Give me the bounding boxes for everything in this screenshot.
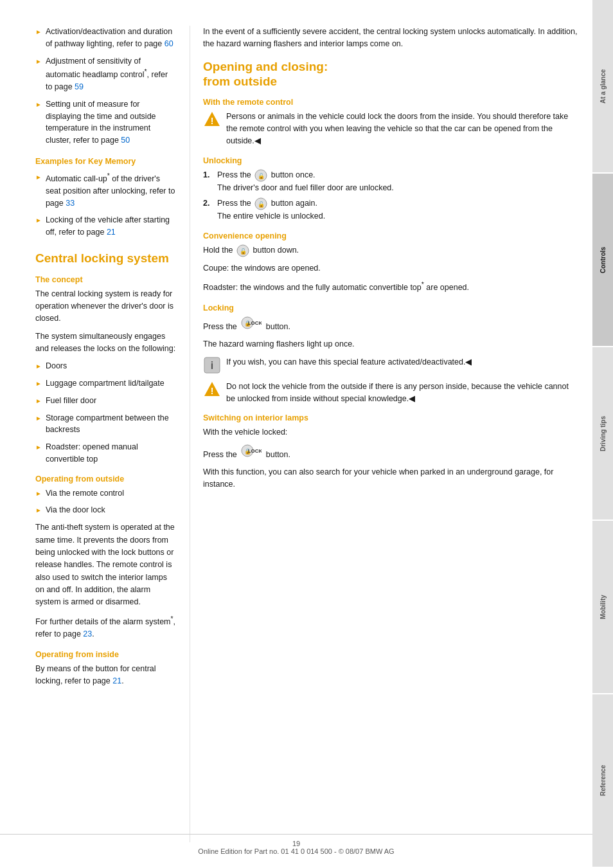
unlocking-step-2: 2. Press the 🔓 button again. The entire … xyxy=(203,197,580,222)
unlocking-steps: 1. Press the 🔓 button once. The driver's… xyxy=(203,169,580,223)
bullet-fuel: ► Fuel filler door xyxy=(35,395,177,407)
warning-remote-text: Persons or animals in the vehicle could … xyxy=(226,111,580,147)
svg-text:🔓: 🔓 xyxy=(258,172,265,180)
tab-controls[interactable]: Controls xyxy=(592,174,613,346)
alarm-text: For further details of the alarm system*… xyxy=(35,614,177,641)
warning-box-lock: ! Do not lock the vehicle from the outsi… xyxy=(203,381,580,405)
operating-outside-text: The anti-theft system is operated at the… xyxy=(35,521,177,609)
bullet-luggage: ► Luggage compartment lid/tailgate xyxy=(35,377,177,390)
locking-text2: The hazard warning flashers light up onc… xyxy=(203,338,580,350)
operating-inside-text: By means of the button for central locki… xyxy=(35,663,177,688)
link-page-50[interactable]: 50 xyxy=(121,136,130,145)
locking-heading: Locking xyxy=(203,303,580,312)
convenience-heading: Convenience opening xyxy=(203,231,580,240)
unlock-button-icon-2: 🔓 xyxy=(254,197,267,210)
bullet-roadster: ► Roadster: opened manual convertible to… xyxy=(35,441,177,466)
lock-button-icon-2: 🔒 LOCK xyxy=(241,444,262,457)
bullet-locking-start: ► Locking of the vehicle after starting … xyxy=(35,214,177,239)
accident-text: In the event of a sufficiently severe ac… xyxy=(203,26,580,51)
bullet-arrow-icon: ► xyxy=(35,396,42,406)
operating-outside-bullets: ► Via the remote control ► Via the door … xyxy=(35,487,177,517)
convenience-text4: Roadster: the windows and the fully auto… xyxy=(203,280,580,294)
link-page-21b[interactable]: 21 xyxy=(112,676,121,685)
svg-text:🔓: 🔓 xyxy=(240,248,247,255)
unlocking-step-1: 1. Press the 🔓 button once. The driver's… xyxy=(203,169,580,194)
concept-text2: The system simultaneously engages and re… xyxy=(35,330,177,356)
switching-text2: Press the 🔒 LOCK button. xyxy=(203,444,580,461)
switching-heading: Switching on interior lamps xyxy=(203,413,580,422)
footer-text: Online Edition for Part no. 01 41 0 014 … xyxy=(198,847,394,855)
central-locking-heading: Central locking system xyxy=(35,251,177,266)
operating-inside-heading: Operating from inside xyxy=(35,650,177,659)
info-text: If you wish, you can have this special f… xyxy=(226,356,472,368)
link-page-21[interactable]: 21 xyxy=(107,228,116,237)
bullet-arrow-icon: ► xyxy=(35,361,42,371)
tab-at-a-glance[interactable]: At a glance xyxy=(592,0,613,172)
bullet-arrow-icon: ► xyxy=(35,379,42,388)
bullet-arrow-icon: ► xyxy=(35,505,42,515)
svg-text:LOCK: LOCK xyxy=(248,448,262,454)
svg-text:i: i xyxy=(211,360,213,371)
info-icon: i xyxy=(203,356,221,374)
link-page-33[interactable]: 33 xyxy=(66,199,75,208)
warning-triangle-icon: ! xyxy=(203,111,221,129)
unlocking-heading: Unlocking xyxy=(203,156,580,165)
switching-text3: With this function, you can also search … xyxy=(203,466,580,491)
bullet-arrow-icon: ► xyxy=(35,413,42,423)
svg-text:!: ! xyxy=(211,386,214,396)
page-number: 19 xyxy=(292,840,300,847)
intro-bullets: ► Activation/deactivation and duration o… xyxy=(35,26,177,147)
concept-bullets: ► Doors ► Luggage compartment lid/tailga… xyxy=(35,360,177,465)
key-memory-heading: Examples for Key Memory xyxy=(35,157,177,166)
svg-text:🔓: 🔓 xyxy=(258,201,265,208)
bullet-remote: ► Via the remote control xyxy=(35,487,177,500)
side-tabs: At a glance Controls Driving tips Mobili… xyxy=(592,0,613,868)
opening-closing-heading: Opening and closing:from outside xyxy=(203,60,580,89)
locking-text1: Press the 🔒 LOCK button. xyxy=(203,316,580,333)
bullet-arrow-icon: ► xyxy=(35,57,42,66)
left-column: ► Activation/deactivation and duration o… xyxy=(0,26,190,842)
bullet-arrow-icon: ► xyxy=(35,215,42,225)
convenience-text1: Hold the 🔓 button down. xyxy=(203,244,580,257)
bullet-pathway: ► Activation/deactivation and duration o… xyxy=(35,26,177,50)
link-page-60[interactable]: 60 xyxy=(164,39,173,48)
warning-box-remote: ! Persons or animals in the vehicle coul… xyxy=(203,111,580,147)
convenience-text3: Coupe: the windows are opened. xyxy=(203,262,580,275)
bullet-arrow-icon: ► xyxy=(35,27,42,37)
bullet-door-lock: ► Via the door lock xyxy=(35,504,177,516)
key-memory-bullets: ► Automatic call-up* of the driver's sea… xyxy=(35,171,177,239)
link-page-23[interactable]: 23 xyxy=(83,629,92,638)
operating-outside-heading: Operating from outside xyxy=(35,475,177,484)
remote-control-heading: With the remote control xyxy=(203,98,580,107)
bullet-arrow-icon: ► xyxy=(35,100,42,109)
bullet-arrow-icon: ► xyxy=(35,172,42,182)
tab-reference[interactable]: Reference xyxy=(592,694,613,867)
concept-text1: The central locking system is ready for … xyxy=(35,288,177,325)
concept-heading: The concept xyxy=(35,275,177,284)
unlock-button-icon-3: 🔓 xyxy=(236,244,249,257)
switching-text1: With the vehicle locked: xyxy=(203,426,580,439)
svg-text:!: ! xyxy=(211,116,214,126)
info-box: i If you wish, you can have this special… xyxy=(203,356,580,374)
bullet-auto-callup: ► Automatic call-up* of the driver's sea… xyxy=(35,171,177,209)
tab-mobility[interactable]: Mobility xyxy=(592,521,613,693)
warning-triangle-icon-2: ! xyxy=(203,381,221,399)
lock-button-icon: 🔒 LOCK xyxy=(241,316,262,329)
bullet-measure: ► Setting unit of measure for displaying… xyxy=(35,98,177,147)
bullet-arrow-icon: ► xyxy=(35,489,42,498)
bullet-doors: ► Doors xyxy=(35,360,177,372)
svg-text:LOCK: LOCK xyxy=(248,320,262,326)
tab-driving-tips[interactable]: Driving tips xyxy=(592,347,613,520)
bullet-storage: ► Storage compartment between the backre… xyxy=(35,412,177,437)
page-footer: 19 Online Edition for Part no. 01 41 0 0… xyxy=(0,834,592,855)
bullet-arrow-icon: ► xyxy=(35,442,42,452)
bullet-headlamp: ► Adjustment of sensitivity of automatic… xyxy=(35,55,177,93)
link-page-59[interactable]: 59 xyxy=(75,82,84,91)
right-column: In the event of a sufficiently severe ac… xyxy=(190,26,592,842)
unlock-button-icon: 🔓 xyxy=(254,169,267,182)
warning-lock-text: Do not lock the vehicle from the outside… xyxy=(226,381,580,405)
